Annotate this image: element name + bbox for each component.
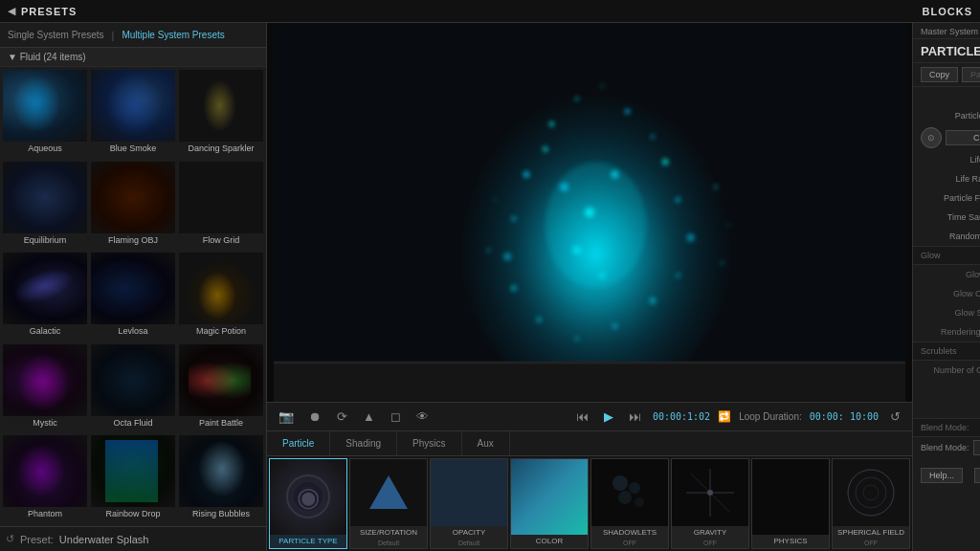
card-opacity[interactable]: OPACITYDefault <box>430 458 508 549</box>
help-button[interactable]: Help... <box>921 468 963 483</box>
svg-point-48 <box>856 477 886 508</box>
rendering-mode-label: Rendering Mode: <box>921 327 980 337</box>
card-gravity[interactable]: GRAVITYOFF <box>671 458 749 549</box>
preset-item-levlosa[interactable]: Levlosa <box>90 252 176 342</box>
folder-label[interactable]: ▼ Fluid (24 items) <box>0 48 266 67</box>
view-btn[interactable]: ◻ <box>387 408 405 426</box>
svg-point-39 <box>612 475 628 491</box>
svg-point-13 <box>575 337 579 341</box>
card-sublabel-size-rotation: Default <box>350 540 427 548</box>
preset-thumb-equilibrium <box>3 162 87 233</box>
preset-label-flaming-obj: Flaming OBJ <box>91 233 175 247</box>
card-thumb-gravity <box>672 459 748 526</box>
tab-aux[interactable]: Aux <box>462 431 510 455</box>
preset-item-rainbow-drop[interactable]: Rainbow Drop <box>90 434 176 524</box>
card-particle-type[interactable]: PARTICLE TYPE <box>269 458 347 549</box>
particle-type-row: Particle Type: Sprite Colorize <box>913 106 980 125</box>
svg-point-12 <box>612 323 617 328</box>
paste-button[interactable]: Paste <box>962 67 980 82</box>
top-bar: ◀ PRESETS BLOCKS <box>0 0 980 23</box>
preset-item-galactic[interactable]: Galactic <box>2 252 88 342</box>
forward-btn[interactable]: ⏭ <box>625 408 645 426</box>
loop-label: Loop Duration: <box>739 411 802 422</box>
preset-item-flow-grid[interactable]: Flow Grid <box>178 161 264 251</box>
scrublets-groups-row: Number of Groups: 7 <box>913 361 980 380</box>
svg-point-37 <box>299 487 318 506</box>
svg-point-50 <box>842 464 900 521</box>
svg-point-7 <box>662 159 669 165</box>
preset-item-dancing-sparkler[interactable]: Dancing Sparkler <box>178 69 264 159</box>
preset-item-aqueous[interactable]: Aqueous <box>2 69 88 159</box>
scrublets-val3-row: 0 <box>913 399 980 418</box>
preset-item-flaming-obj[interactable]: Flaming OBJ <box>90 161 176 251</box>
tab-shading[interactable]: Shading <box>330 431 397 455</box>
card-physics[interactable]: PHYSICS <box>751 458 830 549</box>
svg-point-35 <box>287 475 329 518</box>
card-color[interactable]: COLOR <box>510 458 589 549</box>
card-shadowlets[interactable]: SHADOWLETSOFF <box>590 458 669 549</box>
card-sublabel-gravity: OFF <box>672 540 748 548</box>
preset-item-mystic[interactable]: Mystic <box>2 343 88 433</box>
back-arrow[interactable]: ◀ <box>8 5 15 17</box>
cancel-button[interactable]: Cancel <box>974 468 980 483</box>
copy-paste-row: Copy Paste <box>913 63 980 87</box>
card-label-color: COLOR <box>511 535 588 548</box>
eye-btn[interactable]: 👁 <box>412 408 433 426</box>
preset-item-equilibrium[interactable]: Equilibrium <box>2 161 88 251</box>
glow-spread-row: Glow Spread: 100 <box>913 303 980 322</box>
card-spherical-field[interactable]: SPHERICAL FIELDOFF <box>832 458 910 549</box>
loop-icon[interactable]: 🔁 <box>718 410 731 423</box>
blocks-label: BLOCKS <box>923 6 972 17</box>
loop-btn[interactable]: ⟳ <box>333 408 351 426</box>
play-btn[interactable]: ▶ <box>600 408 617 426</box>
svg-point-8 <box>676 197 680 202</box>
tab-single-system[interactable]: Single System Presets <box>8 30 104 40</box>
preset-bottom-name: Underwater Splash <box>59 534 149 545</box>
choose-sprite-button[interactable]: Choose Sprite... <box>946 130 980 145</box>
card-size-rotation[interactable]: SIZE/ROTATIONDefault <box>349 458 428 549</box>
tab-physics[interactable]: Physics <box>397 431 461 455</box>
svg-point-4 <box>601 85 604 88</box>
copy-button[interactable]: Copy <box>921 67 958 82</box>
rendering-mode-row: Rendering Mode: Normal <box>913 322 980 342</box>
presets-title: PRESETS <box>21 6 77 17</box>
preset-item-octa-fluid[interactable]: Octa Fluid <box>90 343 176 433</box>
svg-rect-34 <box>274 362 905 364</box>
reset-icon[interactable]: ↺ <box>6 533 14 545</box>
viewport <box>267 23 912 402</box>
preset-label-dancing-sparkler: Dancing Sparkler <box>179 142 263 155</box>
preset-item-phantom[interactable]: Phantom <box>2 434 88 524</box>
reset-transport-btn[interactable]: ↺ <box>886 408 904 426</box>
blend-mode-select[interactable]: Screen <box>973 440 980 455</box>
record-btn[interactable]: ⏺ <box>305 408 325 426</box>
svg-point-15 <box>511 285 518 292</box>
preset-item-paint-battle[interactable]: Paint Battle <box>178 343 264 433</box>
card-label-shadowlets: SHADOWLETS <box>591 526 668 540</box>
particle-type-label: Particle Type: <box>921 111 980 121</box>
scrublets-val2-row: 60 <box>913 380 980 399</box>
preset-label-aqueous: Aqueous <box>3 142 87 155</box>
random-seed-label: Random Seed: <box>921 231 980 241</box>
rewind-btn[interactable]: ⏮ <box>572 408 592 426</box>
preset-thumb-rising-bubbles <box>179 435 263 507</box>
preset-item-blue-smoke[interactable]: Blue Smoke <box>90 69 176 159</box>
camera-btn[interactable]: 📷 <box>275 408 298 426</box>
time-display: 00:00:1:02 <box>653 411 710 422</box>
random-seed-row: Random Seed: 1 <box>913 227 980 246</box>
bottom-cards: PARTICLE TYPESIZE/ROTATIONDefaultOPACITY… <box>267 455 912 551</box>
svg-point-17 <box>511 216 516 221</box>
flag-btn[interactable]: ▲ <box>359 408 379 426</box>
scrublets-section-header: Scrublets <box>913 342 980 361</box>
preset-item-rising-bubbles[interactable]: Rising Bubbles <box>178 434 264 524</box>
svg-point-24 <box>494 198 497 201</box>
preset-label-levlosa: Levlosa <box>91 324 175 338</box>
preset-label-blue-smoke: Blue Smoke <box>91 142 175 155</box>
preset-label-rising-bubbles: Rising Bubbles <box>179 507 263 520</box>
sprite-row: ⊙ Choose Sprite... <box>913 125 980 150</box>
preset-item-magic-potion[interactable]: Magic Potion <box>178 252 264 342</box>
svg-point-3 <box>575 97 579 100</box>
life-random-label: Life Random: <box>921 174 980 184</box>
left-bottom-bar: ↺ Preset: Underwater Splash <box>0 526 266 551</box>
tab-multiple-system[interactable]: Multiple System Presets <box>122 30 224 40</box>
tab-particle[interactable]: Particle <box>267 431 330 455</box>
